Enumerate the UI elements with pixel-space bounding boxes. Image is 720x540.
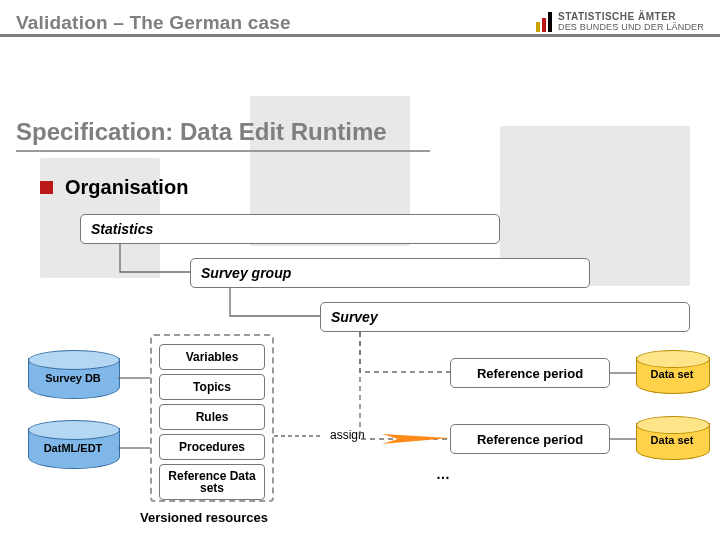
cylinder-survey-db: Survey DB xyxy=(28,350,118,406)
bullet-label: Organisation xyxy=(65,176,188,199)
box-reference-period-1: Reference period xyxy=(450,358,610,388)
cylinder-datml: DatML/EDT xyxy=(28,420,118,476)
bullet-square-icon xyxy=(40,181,53,194)
item-variables: Variables xyxy=(159,344,265,370)
box-survey: Survey xyxy=(320,302,690,332)
versioned-resources-group: Variables Topics Rules Procedures Refere… xyxy=(150,334,274,502)
item-procedures: Procedures xyxy=(159,434,265,460)
box-statistics: Statistics xyxy=(80,214,500,244)
logo: STATISTISCHE ÄMTER DES BUNDES UND DER LÄ… xyxy=(536,6,704,38)
item-reference-data-sets: Reference Data sets xyxy=(159,464,265,500)
dataset-2-label: Data set xyxy=(636,434,708,446)
logo-text: STATISTISCHE ÄMTER DES BUNDES UND DER LÄ… xyxy=(558,12,704,32)
box-reference-period-2: Reference period xyxy=(450,424,610,454)
survey-db-label: Survey DB xyxy=(28,372,118,384)
item-rules: Rules xyxy=(159,404,265,430)
versioned-resources-label: Versioned resources xyxy=(140,510,268,525)
cylinder-dataset-2: Data set xyxy=(636,416,708,466)
logo-icon xyxy=(536,12,552,32)
datml-label: DatML/EDT xyxy=(28,442,118,454)
box-survey-group: Survey group xyxy=(190,258,590,288)
section-heading: Specification: Data Edit Runtime xyxy=(16,118,387,146)
bullet-row: Organisation xyxy=(40,176,188,199)
dataset-1-label: Data set xyxy=(636,368,708,380)
cylinder-dataset-1: Data set xyxy=(636,350,708,400)
ellipsis: … xyxy=(436,466,450,482)
svg-marker-0 xyxy=(382,434,450,444)
section-rule xyxy=(16,150,430,152)
item-topics: Topics xyxy=(159,374,265,400)
assign-label: assign xyxy=(330,428,365,442)
